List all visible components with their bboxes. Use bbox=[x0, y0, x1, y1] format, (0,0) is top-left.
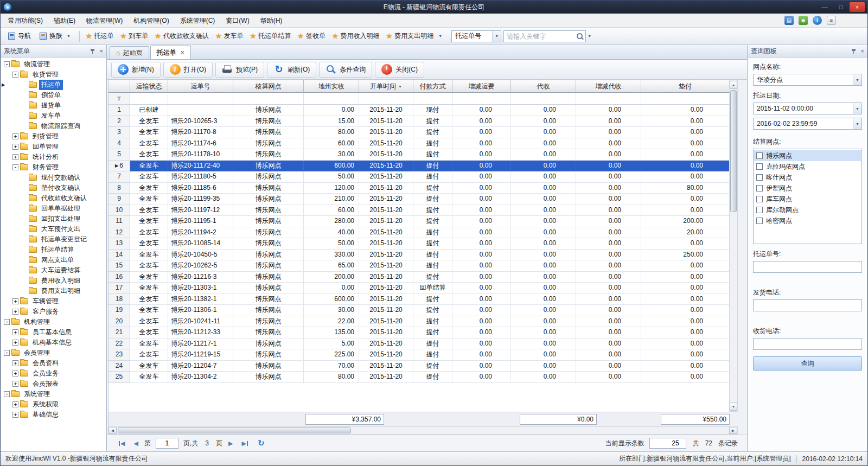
tree-item-2[interactable]: 托运单▶ bbox=[1, 80, 106, 90]
grid-row-13[interactable]: 13全发车博乐20-11085-14博乐网点50.002015-11-20提付0… bbox=[108, 238, 729, 250]
waybill-input[interactable] bbox=[753, 261, 862, 273]
grid-row-24[interactable]: 24全发车博乐20-11204-7博乐网点70.002015-11-20提付0.… bbox=[108, 361, 729, 372]
sidebar-close-icon[interactable]: × bbox=[100, 48, 103, 54]
collapse-icon[interactable]: - bbox=[12, 164, 18, 170]
tree-item-17[interactable]: 托运单变更登记 bbox=[1, 234, 106, 245]
chevron-down-icon[interactable]: ▼ bbox=[853, 74, 861, 85]
tree-item-22[interactable]: 费用支出明细 bbox=[1, 286, 106, 296]
query-button[interactable]: 查询 bbox=[753, 356, 862, 371]
grid-row-22[interactable]: 22全发车博乐20-11217-1博乐网点5.002015-11-20提付0.0… bbox=[108, 339, 729, 350]
sender-phone-input[interactable] bbox=[753, 299, 862, 311]
tree-item-32[interactable]: -系统管理 bbox=[1, 389, 106, 399]
tree-item-34[interactable]: +基础信息 bbox=[1, 410, 106, 420]
search-field-selector[interactable]: 托运单号 ▼ bbox=[451, 30, 501, 42]
tree-item-20[interactable]: 大车运费结算 bbox=[1, 265, 106, 276]
page-number-input[interactable] bbox=[156, 438, 178, 449]
scroll-down-icon[interactable]: ▼ bbox=[730, 403, 737, 411]
search-input[interactable] bbox=[504, 31, 576, 41]
expand-icon[interactable]: + bbox=[12, 360, 18, 366]
receiver-phone-input[interactable] bbox=[753, 338, 862, 350]
filter-cell-8[interactable] bbox=[576, 93, 641, 105]
menu-item-6[interactable]: 帮助(H) bbox=[255, 15, 288, 27]
grid-row-23[interactable]: 23全发车博乐20-11219-15博乐网点225.002015-11-20提付… bbox=[108, 349, 729, 361]
prev-page-button[interactable]: ◀ bbox=[133, 440, 138, 447]
nav-button[interactable]: 导航 bbox=[4, 30, 35, 42]
maximize-button[interactable]: □ bbox=[833, 2, 848, 12]
tree-item-9[interactable]: +统计分析 bbox=[1, 152, 106, 162]
grid-row-3[interactable]: 3全发车博乐20-11170-8博乐网点80.002015-11-20提付0.0… bbox=[108, 127, 729, 138]
grid-row-14[interactable]: 14全发车博乐20-10450-5博乐网点330.002015-11-20提付0… bbox=[108, 250, 729, 261]
settle-option-6[interactable]: 哈密网点 bbox=[754, 215, 861, 226]
checkbox-icon[interactable] bbox=[756, 174, 763, 181]
chevron-down-icon[interactable]: ▼ bbox=[492, 31, 501, 42]
favorite-0[interactable]: ★托运单 bbox=[82, 30, 117, 42]
tree-item-11[interactable]: 现付交款确认 bbox=[1, 173, 106, 183]
grid-row-6[interactable]: ▶6全发车博乐20-11172-40博乐网点600.002015-11-20提付… bbox=[108, 161, 729, 172]
tree-item-0[interactable]: -物流管理 bbox=[1, 59, 106, 69]
grid-row-2[interactable]: 2全发车博乐20-10265-3博乐网点15.002015-11-20提付0.0… bbox=[108, 116, 729, 127]
grid-row-20[interactable]: 20全发车博乐20-10241-11博乐网点22.002015-11-20提付0… bbox=[108, 316, 729, 328]
tree-item-1[interactable]: -收货管理 bbox=[1, 69, 106, 80]
expand-icon[interactable]: + bbox=[12, 144, 18, 150]
grid-row-12[interactable]: 12全发车博乐20-11194-2博乐网点40.002015-11-20提付0.… bbox=[108, 227, 729, 239]
grid-row-4[interactable]: 4全发车博乐20-11174-6博乐网点60.002015-11-20提付0.0… bbox=[108, 138, 729, 150]
expand-icon[interactable]: + bbox=[12, 298, 18, 304]
favorite-5[interactable]: ★签收单 bbox=[294, 30, 329, 42]
tree-item-15[interactable]: 回扣支出处理 bbox=[1, 214, 106, 224]
tree-item-19[interactable]: 网点支出单 bbox=[1, 255, 106, 265]
tree-item-8[interactable]: +回单管理 bbox=[1, 142, 106, 152]
tree-item-13[interactable]: 代收款收支确认 bbox=[1, 193, 106, 203]
tree-item-14[interactable]: 回单单据处理 bbox=[1, 203, 106, 214]
tab-0[interactable]: ⌂起始页 bbox=[110, 46, 149, 59]
skin-button[interactable]: 换肤 ▼ bbox=[35, 30, 76, 42]
pin-icon[interactable] bbox=[851, 48, 857, 54]
favorite-7[interactable]: ★费用支出明细 bbox=[383, 30, 437, 42]
grid-row-19[interactable]: 19全发车博乐20-11306-1博乐网点30.002015-11-20提付0.… bbox=[108, 305, 729, 316]
grid-row-9[interactable]: 9全发车博乐20-11199-35博乐网点210.002015-11-20提付0… bbox=[108, 194, 729, 205]
column-header-0[interactable]: 运输状态 bbox=[130, 80, 168, 93]
filter-cell-0[interactable] bbox=[130, 93, 168, 105]
tree-item-27[interactable]: +机构基本信息 bbox=[1, 337, 106, 348]
grid-row-21[interactable]: 21全发车博乐20-11212-33博乐网点135.002015-11-20提付… bbox=[108, 327, 729, 339]
expand-icon[interactable]: + bbox=[12, 154, 18, 160]
filter-cell-6[interactable] bbox=[452, 93, 511, 105]
grid-row-5[interactable]: 5全发车博乐20-11178-10博乐网点30.002015-11-20提付0.… bbox=[108, 149, 729, 161]
settle-option-4[interactable]: 库车网点 bbox=[754, 194, 861, 205]
scroll-left-icon[interactable]: ◀ bbox=[108, 427, 117, 434]
search-options-icon[interactable]: ▼ bbox=[586, 34, 593, 38]
tree-item-28[interactable]: -会员管理 bbox=[1, 348, 106, 358]
action-search-button[interactable]: 条件查询 bbox=[319, 62, 372, 78]
tree-item-5[interactable]: 发车单 bbox=[1, 111, 106, 121]
settle-option-1[interactable]: 克拉玛依网点 bbox=[754, 161, 861, 172]
tree-item-29[interactable]: +会员资料 bbox=[1, 358, 106, 368]
menu-item-1[interactable]: 辅助(E) bbox=[48, 15, 81, 27]
date-to-select[interactable]: 2016-02-02 23:59:59 ▼ bbox=[753, 118, 862, 130]
checkbox-icon[interactable] bbox=[756, 207, 763, 213]
action-preview-button[interactable]: 预览(P) bbox=[215, 62, 264, 78]
grid-row-10[interactable]: 10全发车博乐20-11197-12博乐网点60.002015-11-20提付0… bbox=[108, 205, 729, 216]
filter-cell-2[interactable] bbox=[233, 93, 304, 105]
first-page-button[interactable]: ◀ bbox=[119, 440, 125, 447]
expand-icon[interactable]: + bbox=[12, 401, 18, 407]
grid-row-1[interactable]: 1已创建博乐网点0.002015-11-20现付0.000.000.000.00 bbox=[108, 105, 729, 116]
checkbox-icon[interactable] bbox=[756, 218, 763, 224]
log-icon[interactable]: ≡ bbox=[827, 16, 836, 25]
pin-icon[interactable] bbox=[90, 48, 95, 54]
grid-row-11[interactable]: 11全发车博乐20-11195-1博乐网点280.002015-11-20提付0… bbox=[108, 216, 729, 227]
settle-option-0[interactable]: 博乐网点 bbox=[754, 150, 861, 161]
tree-item-10[interactable]: -财务管理 bbox=[1, 162, 106, 173]
grid-row-15[interactable]: 15全发车博乐20-10262-5博乐网点65.002015-11-20提付0.… bbox=[108, 260, 729, 272]
minimize-button[interactable]: — bbox=[817, 2, 832, 12]
action-close-button[interactable]: 关闭(C) bbox=[375, 62, 424, 78]
collapse-icon[interactable]: - bbox=[4, 391, 10, 397]
date-from-select[interactable]: 2015-11-02 0:00:00 ▼ bbox=[753, 103, 862, 114]
tree-item-6[interactable]: 物流跟踪查询 bbox=[1, 121, 106, 131]
tree-item-30[interactable]: +会员业务 bbox=[1, 368, 106, 379]
column-header-8[interactable]: 增减代收 bbox=[576, 80, 641, 93]
vertical-scroll-thumb[interactable] bbox=[730, 90, 737, 212]
tree-item-24[interactable]: +客户服务 bbox=[1, 307, 106, 317]
tree-item-25[interactable]: -机构管理 bbox=[1, 317, 106, 327]
favorite-1[interactable]: ★到车单 bbox=[117, 30, 152, 42]
tree-item-12[interactable]: 垫付收支确认 bbox=[1, 183, 106, 193]
close-button[interactable]: × bbox=[850, 2, 865, 12]
